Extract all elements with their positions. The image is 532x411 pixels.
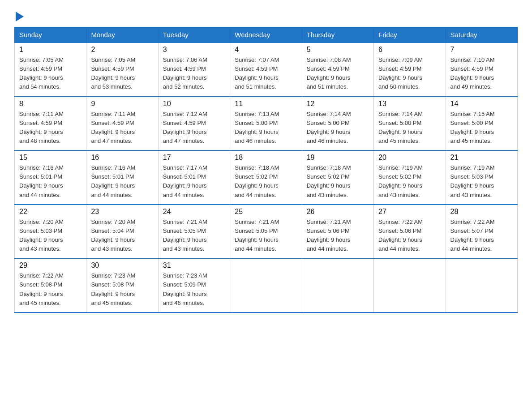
calendar-cell: 4 Sunrise: 7:07 AMSunset: 4:59 PMDayligh… [230, 43, 302, 97]
day-number: 5 [307, 46, 369, 54]
day-info: Sunrise: 7:21 AMSunset: 5:06 PMDaylight:… [307, 218, 369, 254]
header-sunday: Sunday [15, 27, 86, 43]
day-info: Sunrise: 7:22 AMSunset: 5:08 PMDaylight:… [19, 271, 82, 308]
calendar-cell: 6 Sunrise: 7:09 AMSunset: 4:59 PMDayligh… [374, 43, 446, 97]
day-info: Sunrise: 7:07 AMSunset: 4:59 PMDaylight:… [235, 56, 297, 92]
day-info: Sunrise: 7:06 AMSunset: 4:59 PMDaylight:… [163, 56, 225, 92]
day-number: 28 [450, 208, 513, 216]
logo [14, 11, 24, 19]
day-info: Sunrise: 7:14 AMSunset: 5:00 PMDaylight:… [307, 110, 369, 146]
calendar-cell: 30 Sunrise: 7:23 AMSunset: 5:08 PMDaylig… [86, 258, 158, 313]
page-header [14, 11, 518, 19]
calendar-cell: 13 Sunrise: 7:14 AMSunset: 5:00 PMDaylig… [374, 97, 446, 151]
day-info: Sunrise: 7:16 AMSunset: 5:01 PMDaylight:… [91, 163, 153, 200]
calendar-cell: 16 Sunrise: 7:16 AMSunset: 5:01 PMDaylig… [86, 150, 158, 205]
header-thursday: Thursday [302, 27, 373, 43]
day-info: Sunrise: 7:19 AMSunset: 5:02 PMDaylight:… [378, 163, 441, 200]
calendar-cell: 10 Sunrise: 7:12 AMSunset: 4:59 PMDaylig… [158, 97, 230, 151]
day-info: Sunrise: 7:23 AMSunset: 5:08 PMDaylight:… [91, 271, 153, 308]
day-info: Sunrise: 7:15 AMSunset: 5:00 PMDaylight:… [450, 110, 513, 146]
calendar-cell: 9 Sunrise: 7:11 AMSunset: 4:59 PMDayligh… [86, 97, 158, 151]
day-info: Sunrise: 7:08 AMSunset: 4:59 PMDaylight:… [307, 56, 369, 92]
day-info: Sunrise: 7:12 AMSunset: 4:59 PMDaylight:… [163, 110, 225, 146]
day-info: Sunrise: 7:09 AMSunset: 4:59 PMDaylight:… [378, 56, 441, 92]
calendar-cell: 26 Sunrise: 7:21 AMSunset: 5:06 PMDaylig… [302, 205, 373, 259]
day-info: Sunrise: 7:17 AMSunset: 5:01 PMDaylight:… [163, 163, 225, 200]
day-number: 29 [19, 261, 82, 270]
calendar-cell: 22 Sunrise: 7:20 AMSunset: 5:03 PMDaylig… [15, 205, 86, 259]
day-number: 22 [19, 208, 82, 216]
day-number: 2 [91, 46, 153, 54]
day-info: Sunrise: 7:13 AMSunset: 5:00 PMDaylight:… [235, 110, 297, 146]
day-number: 6 [378, 46, 441, 54]
calendar-cell: 23 Sunrise: 7:20 AMSunset: 5:04 PMDaylig… [86, 205, 158, 259]
day-info: Sunrise: 7:19 AMSunset: 5:03 PMDaylight:… [450, 163, 513, 200]
day-number: 11 [235, 100, 297, 108]
day-number: 30 [91, 261, 153, 270]
day-number: 21 [450, 154, 513, 162]
day-number: 7 [450, 46, 513, 54]
calendar-table: SundayMondayTuesdayWednesdayThursdayFrid… [14, 27, 518, 313]
header-friday: Friday [374, 27, 446, 43]
calendar-cell [374, 258, 446, 313]
day-info: Sunrise: 7:10 AMSunset: 4:59 PMDaylight:… [450, 56, 513, 92]
day-info: Sunrise: 7:18 AMSunset: 5:02 PMDaylight:… [235, 163, 297, 200]
header-tuesday: Tuesday [158, 27, 230, 43]
calendar-cell [230, 258, 302, 313]
calendar-cell: 31 Sunrise: 7:23 AMSunset: 5:09 PMDaylig… [158, 258, 230, 313]
day-info: Sunrise: 7:22 AMSunset: 5:06 PMDaylight:… [378, 218, 441, 254]
calendar-week-4: 22 Sunrise: 7:20 AMSunset: 5:03 PMDaylig… [15, 205, 518, 259]
day-info: Sunrise: 7:05 AMSunset: 4:59 PMDaylight:… [91, 56, 153, 92]
header-wednesday: Wednesday [230, 27, 302, 43]
calendar-cell: 15 Sunrise: 7:16 AMSunset: 5:01 PMDaylig… [15, 150, 86, 205]
day-number: 31 [163, 261, 225, 270]
day-number: 9 [91, 100, 153, 108]
calendar-cell: 7 Sunrise: 7:10 AMSunset: 4:59 PMDayligh… [446, 43, 517, 97]
calendar-cell: 18 Sunrise: 7:18 AMSunset: 5:02 PMDaylig… [230, 150, 302, 205]
logo-general-text [14, 11, 24, 21]
calendar-cell: 11 Sunrise: 7:13 AMSunset: 5:00 PMDaylig… [230, 97, 302, 151]
day-info: Sunrise: 7:20 AMSunset: 5:04 PMDaylight:… [91, 218, 153, 254]
day-info: Sunrise: 7:16 AMSunset: 5:01 PMDaylight:… [19, 163, 82, 200]
day-number: 18 [235, 154, 297, 162]
calendar-cell: 5 Sunrise: 7:08 AMSunset: 4:59 PMDayligh… [302, 43, 373, 97]
day-info: Sunrise: 7:11 AMSunset: 4:59 PMDaylight:… [19, 110, 82, 146]
calendar-week-2: 8 Sunrise: 7:11 AMSunset: 4:59 PMDayligh… [15, 97, 518, 151]
calendar-cell: 28 Sunrise: 7:22 AMSunset: 5:07 PMDaylig… [446, 205, 517, 259]
day-number: 26 [307, 208, 369, 216]
day-number: 8 [19, 100, 82, 108]
header-monday: Monday [86, 27, 158, 43]
calendar-cell: 21 Sunrise: 7:19 AMSunset: 5:03 PMDaylig… [446, 150, 517, 205]
calendar-cell: 29 Sunrise: 7:22 AMSunset: 5:08 PMDaylig… [15, 258, 86, 313]
day-number: 1 [19, 46, 82, 54]
calendar-cell: 27 Sunrise: 7:22 AMSunset: 5:06 PMDaylig… [374, 205, 446, 259]
calendar-cell: 24 Sunrise: 7:21 AMSunset: 5:05 PMDaylig… [158, 205, 230, 259]
calendar-week-1: 1 Sunrise: 7:05 AMSunset: 4:59 PMDayligh… [15, 43, 518, 97]
day-info: Sunrise: 7:11 AMSunset: 4:59 PMDaylight:… [91, 110, 153, 146]
day-number: 19 [307, 154, 369, 162]
day-number: 23 [91, 208, 153, 216]
day-number: 15 [19, 154, 82, 162]
calendar-header: SundayMondayTuesdayWednesdayThursdayFrid… [15, 27, 518, 43]
calendar-cell [302, 258, 373, 313]
day-info: Sunrise: 7:23 AMSunset: 5:09 PMDaylight:… [163, 271, 225, 308]
calendar-week-5: 29 Sunrise: 7:22 AMSunset: 5:08 PMDaylig… [15, 258, 518, 313]
calendar-cell: 2 Sunrise: 7:05 AMSunset: 4:59 PMDayligh… [86, 43, 158, 97]
calendar-cell: 25 Sunrise: 7:21 AMSunset: 5:05 PMDaylig… [230, 205, 302, 259]
day-info: Sunrise: 7:22 AMSunset: 5:07 PMDaylight:… [450, 218, 513, 254]
header-saturday: Saturday [446, 27, 517, 43]
day-number: 17 [163, 154, 225, 162]
day-number: 16 [91, 154, 153, 162]
day-info: Sunrise: 7:20 AMSunset: 5:03 PMDaylight:… [19, 218, 82, 254]
header-row: SundayMondayTuesdayWednesdayThursdayFrid… [15, 27, 518, 43]
calendar-cell: 19 Sunrise: 7:18 AMSunset: 5:02 PMDaylig… [302, 150, 373, 205]
day-number: 25 [235, 208, 297, 216]
day-number: 14 [450, 100, 513, 108]
logo-arrow-icon [16, 12, 24, 21]
day-info: Sunrise: 7:21 AMSunset: 5:05 PMDaylight:… [235, 218, 297, 254]
calendar-cell: 17 Sunrise: 7:17 AMSunset: 5:01 PMDaylig… [158, 150, 230, 205]
calendar-cell: 12 Sunrise: 7:14 AMSunset: 5:00 PMDaylig… [302, 97, 373, 151]
calendar-cell: 1 Sunrise: 7:05 AMSunset: 4:59 PMDayligh… [15, 43, 86, 97]
calendar-body: 1 Sunrise: 7:05 AMSunset: 4:59 PMDayligh… [15, 43, 518, 313]
day-number: 24 [163, 208, 225, 216]
